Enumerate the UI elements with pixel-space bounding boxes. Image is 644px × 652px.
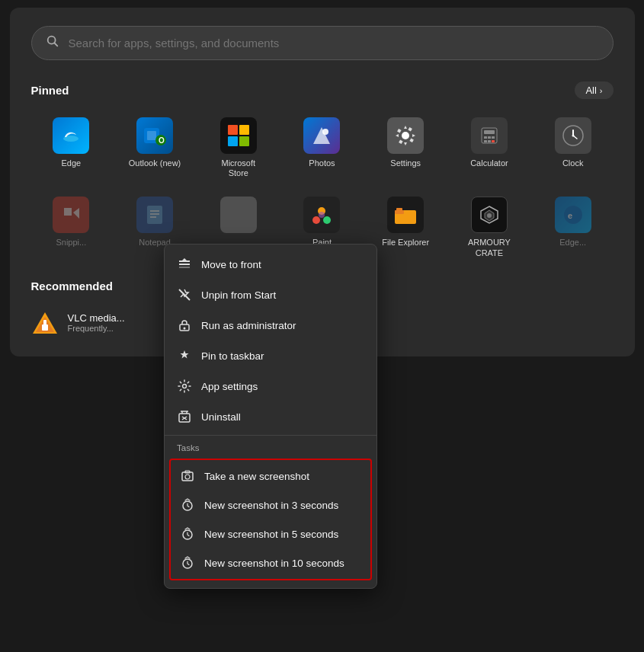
svg-rect-33 <box>229 206 248 224</box>
photos-icon <box>303 117 340 154</box>
msstore-icon <box>220 117 257 154</box>
unpin-icon <box>177 287 192 302</box>
screenshot-3-icon <box>180 497 195 513</box>
svg-point-25 <box>572 135 574 137</box>
app-msstore[interactable]: Microsoft Store <box>198 111 279 184</box>
svg-rect-20 <box>488 140 491 142</box>
svg-rect-16 <box>484 136 487 139</box>
svg-point-37 <box>319 212 325 218</box>
search-icon <box>46 34 59 52</box>
svg-rect-15 <box>484 130 495 134</box>
svg-point-65 <box>185 475 190 479</box>
ctx-uninstall-label: Uninstall <box>201 411 241 423</box>
explorer-label: File Explorer <box>382 238 429 248</box>
all-button[interactable]: All › <box>575 82 613 99</box>
app-calculator[interactable]: Calculator <box>449 111 530 184</box>
edge-icon <box>53 117 89 154</box>
ctx-divider <box>165 435 376 436</box>
pinned-grid: Edge O Outlook (new) Microsoft Store <box>31 111 614 264</box>
ctx-screenshot-3[interactable]: New screenshot in 3 seconds <box>171 491 370 519</box>
ctx-screenshot-10[interactable]: New screenshot in 10 seconds <box>171 548 370 577</box>
pinned-header: Pinned All › <box>31 82 614 99</box>
app-explorer[interactable]: File Explorer <box>365 190 446 264</box>
svg-rect-18 <box>492 136 495 139</box>
edge-dev-icon: e <box>555 197 591 233</box>
svg-point-56 <box>184 328 186 330</box>
calculator-icon <box>471 117 508 154</box>
paint-icon <box>303 197 340 233</box>
svg-rect-10 <box>239 136 249 146</box>
search-bar[interactable] <box>31 26 614 60</box>
pin-taskbar-icon <box>177 348 192 363</box>
app-armoury[interactable]: ARMOURY CRATE <box>449 190 530 264</box>
ctx-move-front[interactable]: Move to front <box>165 249 376 280</box>
svg-point-13 <box>402 132 409 139</box>
svg-point-12 <box>322 129 328 135</box>
svg-rect-17 <box>488 136 491 139</box>
ctx-tasks-label: Tasks <box>165 439 376 455</box>
snipping-label: Snippi... <box>56 238 86 248</box>
svg-point-43 <box>487 213 492 218</box>
svg-rect-8 <box>239 125 249 135</box>
ctx-screenshot-5-label: New screenshot in 5 seconds <box>204 529 338 540</box>
screenshot-10-icon <box>180 555 195 570</box>
ctx-screenshot-3-label: New screenshot in 3 seconds <box>204 500 338 511</box>
snipping-icon <box>53 197 89 233</box>
app-outlook[interactable]: O Outlook (new) <box>114 111 195 184</box>
ctx-screenshot-5[interactable]: New screenshot in 5 seconds <box>171 519 370 548</box>
svg-rect-7 <box>228 125 238 135</box>
svg-rect-40 <box>396 208 402 212</box>
screenshot-icon <box>180 468 195 484</box>
svg-rect-27 <box>64 208 72 216</box>
svg-point-44 <box>564 206 582 224</box>
app-edge-dev[interactable]: e Edge... <box>533 190 614 264</box>
edge-label: Edge <box>62 158 82 168</box>
msstore-label: Microsoft Store <box>212 158 265 178</box>
ctx-unpin[interactable]: Unpin from Start <box>165 280 376 310</box>
svg-rect-19 <box>484 140 487 142</box>
vlc-text: VLC media... Frequently... <box>68 312 125 333</box>
svg-rect-4 <box>147 131 156 140</box>
svg-rect-21 <box>492 140 495 142</box>
chevron-right-icon: › <box>600 86 603 95</box>
ctx-move-front-label: Move to front <box>201 259 261 270</box>
armoury-icon <box>471 197 508 233</box>
ctx-uninstall[interactable]: Uninstall <box>165 401 376 432</box>
svg-text:e: e <box>568 211 572 220</box>
recommended-title: Recommended <box>31 280 114 292</box>
ctx-pin-taskbar[interactable]: Pin to taskbar <box>165 340 376 371</box>
svg-rect-53 <box>179 267 190 268</box>
tasks-group: Take a new screenshot New screenshot in … <box>169 459 372 580</box>
calculator-label: Calculator <box>470 158 508 168</box>
context-menu: Move to front Unpin from Start Run as ad… <box>164 244 377 589</box>
ctx-run-admin[interactable]: Run as administrator <box>165 310 376 340</box>
notepad-icon <box>136 197 173 233</box>
app-snipping[interactable]: Snippi... <box>31 190 112 264</box>
search-input[interactable] <box>69 37 599 50</box>
vlc-sub: Frequently... <box>68 324 125 333</box>
svg-point-35 <box>323 216 331 224</box>
run-admin-icon <box>177 318 192 333</box>
placeholder-icon <box>220 197 257 233</box>
ctx-pin-taskbar-label: Pin to taskbar <box>201 350 264 362</box>
uninstall-icon <box>177 409 192 424</box>
photos-label: Photos <box>309 158 335 168</box>
edge-dev-label: Edge... <box>559 238 586 248</box>
outlook-label: Outlook (new) <box>129 158 181 168</box>
svg-marker-52 <box>181 258 187 261</box>
armoury-label: ARMOURY CRATE <box>463 238 516 257</box>
ctx-new-screenshot[interactable]: Take a new screenshot <box>171 462 370 491</box>
vlc-icon <box>31 309 59 337</box>
app-settings[interactable]: Settings <box>365 111 446 184</box>
app-clock[interactable]: Clock <box>533 111 614 184</box>
app-photos[interactable]: Photos <box>282 111 363 184</box>
svg-rect-49 <box>43 320 46 326</box>
app-settings-icon <box>177 379 192 394</box>
ctx-app-settings[interactable]: App settings <box>165 371 376 401</box>
app-edge[interactable]: Edge <box>31 111 112 184</box>
ctx-unpin-label: Unpin from Start <box>201 289 276 301</box>
svg-rect-9 <box>228 136 238 146</box>
svg-point-34 <box>312 216 320 224</box>
ctx-app-settings-label: App settings <box>201 381 258 392</box>
clock-label: Clock <box>562 158 584 168</box>
